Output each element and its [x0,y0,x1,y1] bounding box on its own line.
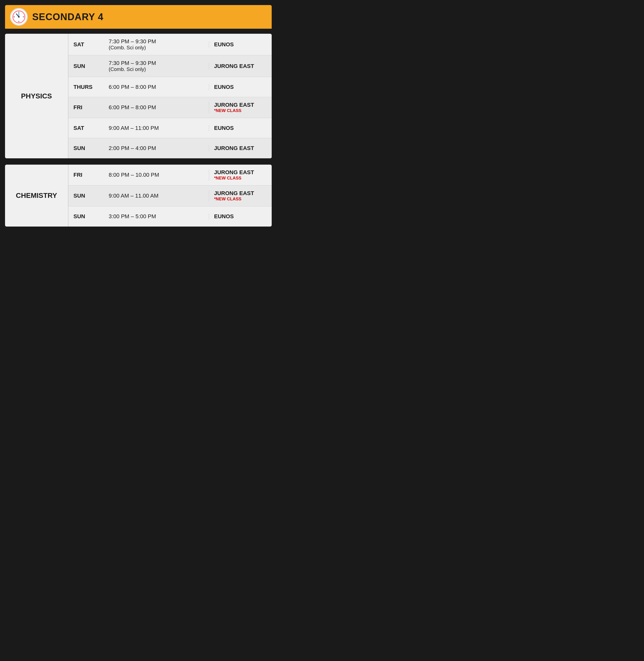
location-cell: JURONG EAST*NEW CLASS [209,190,267,202]
new-class-badge: *NEW CLASS [214,108,267,113]
subject-label-chemistry: CHEMISTRY [5,164,68,226]
svg-point-7 [18,16,20,18]
time-cell: 7:30 PM – 9:30 PM(Comb. Sci only) [106,38,209,50]
day-cell: SAT [73,41,106,48]
location-cell: JURONG EAST*NEW CLASS [209,169,267,181]
table-row: SUN3:00 PM – 5:00 PMEUNOS [68,206,272,226]
day-cell: SUN [73,145,106,152]
time-cell: 9:00 AM – 11.00 AM [106,193,209,199]
time-cell: 3:00 PM – 5:00 PM [106,213,209,220]
subject-label-physics: PHYSICS [5,34,68,158]
page-header: SECONDARY 4 [5,5,272,29]
location-cell: JURONG EAST*NEW CLASS [209,102,267,113]
new-class-badge: *NEW CLASS [214,197,267,202]
location-cell: JURONG EAST [209,145,267,152]
day-cell: SUN [73,193,106,199]
location-cell: EUNOS [209,41,267,48]
table-row: SAT7:30 PM – 9:30 PM(Comb. Sci only)EUNO… [68,34,272,56]
new-class-badge: *NEW CLASS [214,176,267,181]
location-cell: EUNOS [209,213,267,220]
table-row: THURS6:00 PM – 8:00 PMEUNOS [68,77,272,97]
subject-table-physics: PHYSICSSAT7:30 PM – 9:30 PM(Comb. Sci on… [5,34,272,158]
main-content: PHYSICSSAT7:30 PM – 9:30 PM(Comb. Sci on… [5,29,272,238]
day-cell: FRI [73,172,106,178]
time-cell: 9:00 AM – 11:00 PM [106,125,209,131]
time-cell: 6:00 PM – 8:00 PM [106,104,209,111]
day-cell: SAT [73,125,106,131]
time-note: (Comb. Sci only) [109,45,209,50]
table-row: SUN9:00 AM – 11.00 AMJURONG EAST*NEW CLA… [68,185,272,206]
day-cell: FRI [73,104,106,111]
time-cell: 8:00 PM – 10.00 PM [106,172,209,178]
time-cell: 7:30 PM – 9:30 PM(Comb. Sci only) [106,60,209,72]
subject-table-chemistry: CHEMISTRYFRI8:00 PM – 10.00 PMJURONG EAS… [5,164,272,226]
table-row: FRI6:00 PM – 8:00 PMJURONG EAST*NEW CLAS… [68,97,272,118]
table-row: SUN2:00 PM – 4:00 PMJURONG EAST [68,138,272,158]
table-row: SUN7:30 PM – 9:30 PM(Comb. Sci only)JURO… [68,56,272,77]
day-cell: SUN [73,213,106,220]
day-cell: THURS [73,84,106,90]
clock-icon [10,8,28,26]
location-cell: EUNOS [209,84,267,90]
time-cell: 2:00 PM – 4:00 PM [106,145,209,152]
time-cell: 6:00 PM – 8:00 PM [106,84,209,90]
time-note: (Comb. Sci only) [109,66,209,72]
subject-name-physics: PHYSICS [21,92,52,100]
day-cell: SUN [73,63,106,69]
location-cell: JURONG EAST [209,63,267,69]
table-row: FRI8:00 PM – 10.00 PMJURONG EAST*NEW CLA… [68,164,272,185]
table-row: SAT9:00 AM – 11:00 PMEUNOS [68,118,272,138]
subject-name-chemistry: CHEMISTRY [16,192,57,200]
location-cell: EUNOS [209,125,267,131]
page-title: SECONDARY 4 [32,12,104,22]
